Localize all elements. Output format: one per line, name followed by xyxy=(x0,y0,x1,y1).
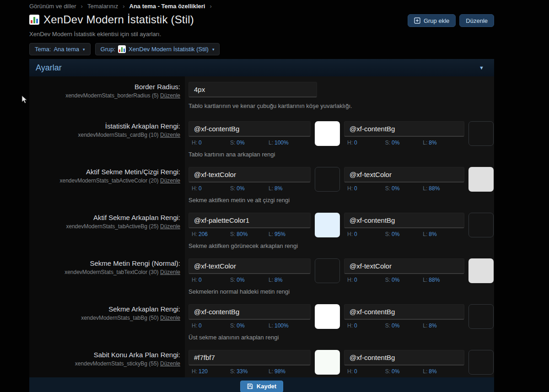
color-value-input[interactable] xyxy=(188,350,311,365)
settings-panel-header[interactable]: Ayarlar ▼ xyxy=(29,59,494,76)
color-value-input[interactable] xyxy=(188,213,311,228)
color-value-input[interactable] xyxy=(188,167,311,183)
hsl-h: H:0 xyxy=(192,140,230,146)
filter-bar: Tema: Ana tema ▾ Grup: XenDev Modern İst… xyxy=(29,43,494,55)
hsl-s-value: 0% xyxy=(392,185,399,192)
edit-button[interactable]: Düzenle xyxy=(459,14,494,27)
hsl-s: S:0% xyxy=(230,322,269,329)
hsl-h: H:206 xyxy=(192,231,230,237)
hsl-s: S:80% xyxy=(230,231,269,237)
hsl-s-value: 33% xyxy=(237,368,248,375)
hsl-h-value: 0 xyxy=(354,185,357,192)
bar-chart-icon xyxy=(29,15,39,25)
hsl-s-label: S: xyxy=(230,185,235,192)
hsl-l: L:100% xyxy=(269,140,307,146)
header-actions: Grup ekle Düzenle xyxy=(408,13,494,27)
breadcrumb-item-current[interactable]: Ana tema - Tema özellikleri xyxy=(129,3,205,10)
hsl-s-label: S: xyxy=(385,231,390,237)
color-swatch-primary[interactable] xyxy=(315,167,340,192)
color-swatch-primary[interactable] xyxy=(315,121,340,146)
edit-property-link[interactable]: Düzenle xyxy=(160,132,180,138)
text-value-input[interactable] xyxy=(188,82,317,97)
hsl-l: L:98% xyxy=(269,368,307,375)
hsl-values: H:0S:0%L:100% xyxy=(188,320,311,329)
color-value-input[interactable] xyxy=(344,167,464,183)
setting-description: Üst sekme alanının arkaplan rengi xyxy=(188,334,445,341)
hsl-l-value: 8% xyxy=(274,185,282,192)
hsl-s: S:0% xyxy=(385,185,423,192)
admin-page: Görünüm ve diller › Temalarınız › Ana te… xyxy=(0,0,549,392)
save-button[interactable]: Kaydet xyxy=(240,381,283,392)
hsl-h-label: H: xyxy=(192,322,197,329)
breadcrumb-item-appearance[interactable]: Görünüm ve diller xyxy=(29,3,76,10)
hsl-s-value: 0% xyxy=(392,368,399,375)
color-swatch-secondary[interactable] xyxy=(468,213,494,237)
color-value-input[interactable] xyxy=(344,213,464,228)
hsl-s: S:0% xyxy=(385,140,423,146)
color-swatch-primary[interactable] xyxy=(315,350,340,375)
hsl-s-label: S: xyxy=(230,322,235,329)
color-value-input[interactable] xyxy=(344,350,464,365)
edit-property-link[interactable]: Düzenle xyxy=(160,92,180,99)
color-value-input[interactable] xyxy=(188,121,311,137)
edit-property-link[interactable]: Düzenle xyxy=(160,177,180,184)
color-swatch-primary[interactable] xyxy=(315,213,340,237)
setting-description: Tablo kartlarının ve kenar çubuğu kartla… xyxy=(188,102,445,109)
page-header: XenDev Modern İstatistik (Stil) Grup ekl… xyxy=(29,13,494,27)
hsl-s-label: S: xyxy=(385,277,390,283)
color-value-input[interactable] xyxy=(188,258,311,274)
add-group-button[interactable]: Grup ekle xyxy=(408,14,456,27)
color-value-input[interactable] xyxy=(344,304,464,320)
hsl-l-value: 8% xyxy=(274,277,282,283)
group-selector[interactable]: Grup: XenDev Modern İstatistik (Stil) ▾ xyxy=(95,43,220,55)
hsl-h-value: 120 xyxy=(199,368,208,375)
add-group-label: Grup ekle xyxy=(424,17,449,24)
breadcrumb-item-styles[interactable]: Temalarınız xyxy=(87,3,118,10)
color-value-input[interactable] xyxy=(188,304,311,320)
page-title: XenDev Modern İstatistik (Stil) xyxy=(43,13,194,26)
hsl-l-label: L: xyxy=(269,277,273,283)
hsl-s: S:0% xyxy=(385,368,423,375)
property-name: xendevModernStats_tabActiveBg (25) xyxy=(66,223,159,230)
hsl-l-value: 98% xyxy=(274,368,285,375)
edit-property-link[interactable]: Düzenle xyxy=(160,315,180,321)
collapse-chevron-icon[interactable]: ▼ xyxy=(479,65,488,70)
hsl-l-label: L: xyxy=(423,140,427,146)
hsl-s: S:0% xyxy=(230,140,269,146)
color-swatch-primary[interactable] xyxy=(315,304,340,329)
edit-label: Düzenle xyxy=(466,17,488,24)
hsl-s-value: 0% xyxy=(392,231,399,237)
color-value-input[interactable] xyxy=(344,258,464,274)
color-swatch-secondary[interactable] xyxy=(468,350,494,375)
color-swatch-secondary[interactable] xyxy=(468,304,494,329)
hsl-l: L:8% xyxy=(423,231,461,237)
color-swatch-primary[interactable] xyxy=(315,258,340,283)
color-field-primary: H:0S:0%L:100% xyxy=(188,121,311,146)
hsl-s: S:0% xyxy=(385,322,423,329)
color-swatch-secondary[interactable] xyxy=(468,258,494,283)
setting-label: Aktif Sekme Arkaplan Rengi: xyxy=(29,214,180,221)
hsl-h: H:0 xyxy=(347,277,385,283)
hsl-h: H:0 xyxy=(192,322,230,329)
settings-panel: Ayarlar ▼ Border Radius:xendevModernStat… xyxy=(29,59,494,392)
chevron-down-icon: ▾ xyxy=(83,47,85,52)
setting-label: Border Radius: xyxy=(29,83,180,91)
color-swatch-secondary[interactable] xyxy=(468,167,494,192)
hsl-values: H:206S:80%L:95% xyxy=(188,228,311,237)
edit-property-link[interactable]: Düzenle xyxy=(160,223,180,230)
edit-property-link[interactable]: Düzenle xyxy=(160,360,180,367)
setting-label-cell: Sekme Metin Rengi (Normal):xendevModernS… xyxy=(29,253,185,299)
color-value-input[interactable] xyxy=(344,121,464,137)
floppy-disk-icon xyxy=(247,383,253,389)
setting-row: Sekme Arkaplan Rengi:xendevModernStats_t… xyxy=(29,299,494,344)
property-name: xendevModernStats_cardBg (10) xyxy=(78,132,159,138)
color-input-group: H:206S:80%L:95%H:0S:0%L:8% xyxy=(188,213,494,237)
theme-selector[interactable]: Tema: Ana tema ▾ xyxy=(29,43,91,55)
hsl-h-value: 0 xyxy=(199,277,202,283)
hsl-h: H:0 xyxy=(192,277,230,283)
chevron-down-icon: ▾ xyxy=(212,47,215,52)
setting-property: xendevModernStats_tabTextColor (30) Düze… xyxy=(29,269,180,275)
color-swatch-secondary[interactable] xyxy=(468,121,494,146)
setting-label: İstatistik Arkaplan Rengi: xyxy=(29,122,180,130)
edit-property-link[interactable]: Düzenle xyxy=(160,269,180,275)
